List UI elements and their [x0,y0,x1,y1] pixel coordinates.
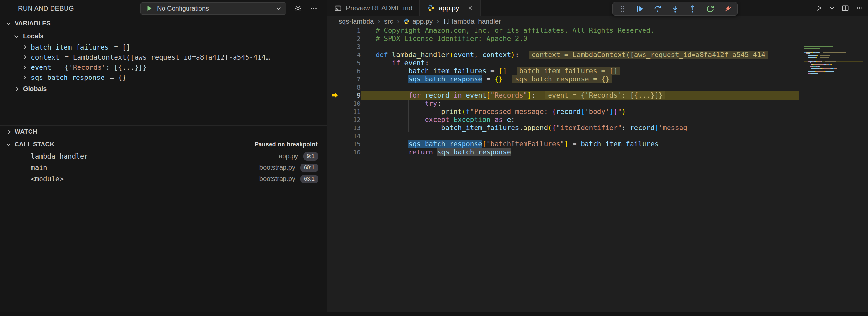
tab-app-py[interactable]: app.py [420,0,481,16]
breadcrumb-item-src[interactable]: src [384,18,393,25]
breakpoint-gutter[interactable] [327,27,341,35]
code-line-7[interactable]: 7 sqs_batch_response = {}sqs_batch_respo… [327,75,868,84]
code-line-15[interactable]: 15 sqs_batch_response["batchItemFailures… [327,140,868,148]
line-content: if event: [361,59,799,67]
breadcrumb-item-sqs-lambda[interactable]: sqs-lambda [339,18,374,25]
toolbar-drag-handle[interactable] [616,3,629,14]
breakpoint-gutter[interactable] [327,35,341,43]
breakpoint-gutter[interactable] [327,140,341,148]
line-number: 9 [341,92,361,100]
stack-frame[interactable]: mainbootstrap.py60:1 [0,162,327,173]
line-number: 16 [341,148,361,156]
scope-locals[interactable]: Locals [0,30,327,42]
chevron-right-icon [6,130,11,134]
panel-divider [0,312,868,316]
breakpoint-gutter[interactable] [327,51,341,59]
code-line-10[interactable]: 10 try: [327,100,868,108]
code-line-4[interactable]: 4def lambda_handler(event, context):cont… [327,51,868,59]
frame-file: bootstrap.py [259,175,295,183]
chevron-right-icon [22,55,26,59]
code-line-2[interactable]: 2# SPDX-License-Identifier: Apache-2.0 [327,35,868,43]
minimap-line [804,66,863,67]
variable-sqs_batch_response[interactable]: sqs_batch_response= {} [0,72,327,83]
breakpoint-gutter[interactable] [327,67,341,75]
breakpoint-gutter[interactable] [327,148,341,156]
frame-location: app.py9:1 [279,152,318,161]
code-line-5[interactable]: 5 if event: [327,59,868,67]
call-stack-section-title: CALL STACK [14,141,55,148]
variable-batch_item_failures[interactable]: batch_item_failures= [] [0,42,327,52]
sidebar-more-actions-button[interactable] [310,4,317,12]
breakpoint-gutter[interactable] [327,100,341,108]
variables-section-header[interactable]: VARIABLES [0,17,327,30]
line-content [361,132,799,140]
variable-name: event [31,64,51,71]
variables-section-title: VARIABLES [14,20,51,27]
breadcrumb-item-lambda-handler[interactable]: lambda_handler [443,18,501,25]
breakpoint-gutter[interactable] [327,84,341,92]
continue-button[interactable] [633,3,647,14]
continue-icon [636,4,645,13]
code-line-9[interactable]: 9 for record in event["Records"]:event =… [327,92,868,100]
code-line-12[interactable]: 12 except Exception as e: [327,116,868,124]
code-line-13[interactable]: 13 batch_item_failures.append({"itemIden… [327,124,868,132]
close-icon[interactable] [467,5,473,11]
variable-context[interactable]: context= LambdaContext([aws_request_id=a… [0,52,327,62]
breakpoint-gutter[interactable] [327,43,341,51]
line-content: # Copyright Amazon.com, Inc. or its affi… [361,27,799,35]
stack-frame[interactable]: lambda_handlerapp.py9:1 [0,151,327,162]
minimap-line [804,57,863,58]
breadcrumb-label: app.py [412,18,433,25]
tab-preview-readme-md[interactable]: Preview README.md [327,0,420,16]
debug-toolbar [612,2,738,15]
line-content: sqs_batch_response["batchItemFailures"] … [361,140,799,148]
code-line-6[interactable]: 6 batch_item_failures = []batch_item_fai… [327,67,868,75]
restart-button[interactable] [704,3,716,14]
code-line-1[interactable]: 1# Copyright Amazon.com, Inc. or its aff… [327,27,868,35]
minimap-line [804,64,863,65]
minimap-line [804,50,863,51]
step-out-button[interactable] [686,3,699,14]
run-python-file-button[interactable] [815,4,823,12]
minimap-line [804,52,863,53]
paused-status: Paused on breakpoint [255,141,317,148]
breadcrumb-label: sqs-lambda [339,18,374,25]
sidebar-title: RUN AND DEBUG [18,5,74,12]
execution-pointer-gutter[interactable] [327,92,341,100]
breakpoint-gutter[interactable] [327,108,341,116]
stack-frame[interactable]: <module>bootstrap.py63:1 [0,173,327,185]
line-content: def lambda_handler(event, context):conte… [361,51,799,59]
code-line-8[interactable]: 8 [327,84,868,92]
breakpoint-gutter[interactable] [327,75,341,84]
debug-config-dropdown[interactable]: No Configurations [141,2,286,14]
step-into-button[interactable] [669,3,681,14]
scope-globals[interactable]: Globals [0,83,327,95]
vscode-window: RUN AND DEBUG No Configurations [0,0,868,312]
watch-section-header[interactable]: WATCH [0,126,327,138]
minimap-line [804,73,863,74]
line-content: return sqs_batch_response [361,148,799,156]
line-content: for record in event["Records"]:event = {… [361,92,799,100]
breakpoint-gutter[interactable] [327,116,341,124]
variable-event[interactable]: event= {'Records': [{...}]} [0,62,327,72]
run-dropdown-button[interactable] [829,5,835,11]
breakpoint-gutter[interactable] [327,124,341,132]
breadcrumb-item-app-py[interactable]: app.py [403,18,433,25]
inline-debug-value: sqs_batch_response = {} [513,75,612,83]
code-line-14[interactable]: 14 [327,132,868,140]
python-icon [427,4,435,12]
debug-settings-button[interactable] [294,4,302,12]
editor-more-actions-button[interactable] [856,4,864,12]
code-line-3[interactable]: 3 [327,43,868,51]
code-line-11[interactable]: 11 print(f"Processed message: {record['b… [327,108,868,116]
code-line-16[interactable]: 16 return sqs_batch_response [327,148,868,156]
breakpoint-gutter[interactable] [327,59,341,67]
split-editor-button[interactable] [841,4,849,12]
minimap[interactable] [804,46,863,75]
frame-name: main [31,164,48,171]
disconnect-button[interactable] [721,3,734,14]
call-stack-section-header[interactable]: CALL STACK Paused on breakpoint [0,138,327,151]
breakpoint-gutter[interactable] [327,132,341,140]
step-over-button[interactable] [651,3,664,14]
sidebar-header: RUN AND DEBUG No Configurations [0,0,327,17]
